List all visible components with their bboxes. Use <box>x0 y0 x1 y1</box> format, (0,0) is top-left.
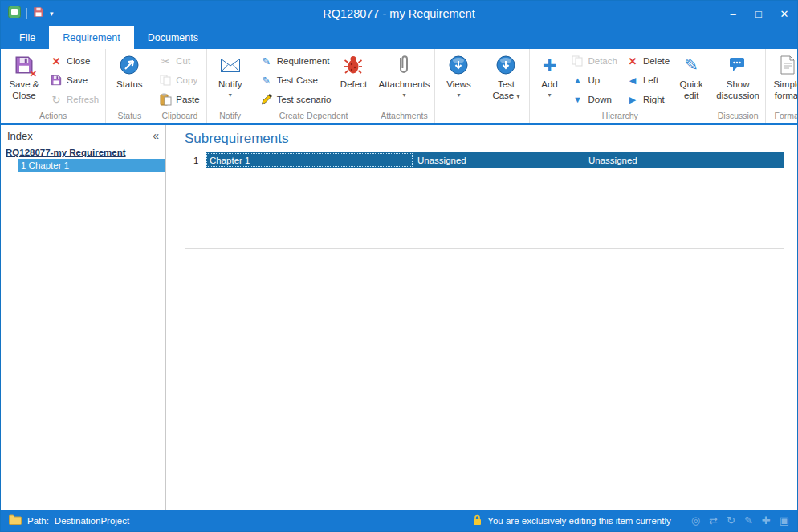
move-down-button[interactable]: ▼ Down <box>567 90 621 109</box>
maximize-button[interactable]: □ <box>746 1 772 26</box>
row-index: 1 <box>185 156 206 165</box>
target-icon[interactable]: ◎ <box>691 514 700 526</box>
discussion-bubble-icon <box>728 52 747 78</box>
subrequirement-row: 1 Chapter 1 Unassigned Unassigned <box>185 152 784 168</box>
statusbar-right: You are exclusively editing this item cu… <box>473 514 789 527</box>
index-panel-title: Index <box>7 130 33 142</box>
history-icon[interactable]: ↻ <box>727 514 735 526</box>
create-test-case-button[interactable]: ✎ Test Case <box>256 71 336 90</box>
save-button[interactable]: Save <box>46 71 104 90</box>
status-button[interactable]: Status <box>108 50 151 111</box>
quick-access-toolbar: ▾ <box>1 6 54 22</box>
up-arrow-icon: ▲ <box>569 75 585 85</box>
left-arrow-icon: ◀ <box>625 75 641 86</box>
views-button[interactable]: Views ▾ <box>437 50 480 112</box>
move-right-button[interactable]: ▶ Right <box>622 90 674 109</box>
close-label: Close <box>67 56 90 66</box>
right-arrow-icon: ▶ <box>625 95 641 105</box>
create-test-scenario-button[interactable]: Test scenario <box>256 90 336 109</box>
delete-button[interactable]: ✕ Delete <box>622 51 674 71</box>
views-dropdown-icon: ▾ <box>457 91 460 99</box>
app-icon[interactable] <box>8 6 21 22</box>
views-sphere-icon <box>448 52 469 78</box>
group-caption-hierarchy: Hierarchy <box>530 111 710 123</box>
quick-edit-button[interactable]: ✎ Quick edit <box>674 50 708 111</box>
body-area: Index « RQ128077-my Requirement 1 Chapte… <box>1 125 797 510</box>
save-close-button[interactable]: ✕ Save & Close <box>2 50 46 111</box>
move-left-button[interactable]: ◀ Left <box>622 71 674 90</box>
index-panel: Index « RQ128077-my Requirement 1 Chapte… <box>1 125 166 510</box>
add-tool-icon[interactable]: ✚ <box>762 514 771 526</box>
create-defect-button[interactable]: Defect <box>336 50 371 111</box>
content-divider <box>185 248 784 249</box>
detach-label: Detach <box>588 56 617 66</box>
tab-file[interactable]: File <box>6 26 49 49</box>
copy-button: Copy <box>155 71 204 90</box>
create-requirement-button[interactable]: ✎ Requirement <box>256 51 336 71</box>
save-label: Save <box>67 75 88 85</box>
row-cell-name[interactable]: Chapter 1 <box>206 152 413 168</box>
close-button[interactable]: ✕ Close <box>46 51 104 71</box>
path-label: Path: <box>27 516 49 526</box>
ribbon-group-hierarchy: + Add ▾ Detach ▲ Up ▼ Down <box>530 49 710 123</box>
qat-separator <box>26 8 27 19</box>
grid-icon[interactable]: ▣ <box>780 514 789 526</box>
ribbon-group-notify: Notify ▾ Notify <box>207 49 254 123</box>
create-test-scenario-label: Test scenario <box>277 95 332 104</box>
group-caption-clipboard: Clipboard <box>153 111 206 123</box>
create-test-case-label: Test Case <box>277 75 318 85</box>
close-icon: ✕ <box>48 55 64 67</box>
requirement-pen-icon: ✎ <box>259 55 275 67</box>
qat-dropdown-icon[interactable]: ▾ <box>50 10 54 18</box>
ribbon-group-clipboard: ✂ Cut Copy Paste Clipboard <box>153 49 206 123</box>
cut-label: Cut <box>176 56 190 66</box>
minimize-button[interactable]: – <box>720 1 746 26</box>
swap-icon[interactable]: ⇄ <box>709 514 718 526</box>
add-button[interactable]: + Add ▾ <box>531 50 567 111</box>
defect-bug-icon <box>344 52 363 78</box>
test-case-button[interactable]: Test Case ▾ <box>484 50 527 112</box>
copy-label: Copy <box>176 75 197 85</box>
notify-button[interactable]: Notify ▾ <box>209 50 252 111</box>
tab-documents[interactable]: Documents <box>134 26 212 49</box>
group-caption-attachments: Attachments <box>373 111 434 123</box>
group-caption-create-dependent: Create Dependent <box>254 111 373 123</box>
close-window-button[interactable]: ✕ <box>772 1 797 26</box>
quick-save-icon[interactable] <box>33 6 44 21</box>
show-discussion-button[interactable]: Show discussion <box>712 50 763 111</box>
simple-format-button[interactable]: Simple format <box>767 50 797 111</box>
window-title: RQ128077 - my Requirement <box>1 7 797 20</box>
tab-requirement[interactable]: Requirement <box>49 26 134 49</box>
collapse-panel-icon[interactable]: « <box>153 129 159 142</box>
subrequirements-heading: Subrequirements <box>166 125 797 152</box>
views-label: Views <box>446 79 470 91</box>
signature-icon[interactable]: ✎ <box>744 514 753 526</box>
save-close-icon: ✕ <box>14 52 34 78</box>
subrequirements-pane: Subrequirements 1 Chapter 1 Unassigned U… <box>166 125 797 510</box>
test-case-button-label: Test Case <box>492 79 515 100</box>
row-cell-status[interactable]: Unassigned <box>584 152 784 168</box>
attachments-button[interactable]: Attachments ▾ <box>375 50 433 111</box>
attachments-label: Attachments <box>379 79 430 91</box>
paste-button[interactable]: Paste <box>155 90 204 109</box>
group-caption-views <box>435 112 482 123</box>
path-value: DestinationProject <box>55 516 129 526</box>
row-index-number: 1 <box>193 156 198 165</box>
refresh-label: Refresh <box>67 95 99 104</box>
down-label: Down <box>588 95 611 104</box>
down-arrow-icon: ▼ <box>569 95 585 104</box>
detach-button: Detach <box>567 51 621 71</box>
row-cell-assignee[interactable]: Unassigned <box>413 152 584 168</box>
ribbon-group-attachments: Attachments ▾ Attachments <box>373 49 435 123</box>
test-case-button-label-wrap: Test Case ▾ <box>488 79 523 101</box>
move-up-button[interactable]: ▲ Up <box>567 71 621 90</box>
ribbon-group-actions: ✕ Save & Close ✕ Close Save ↻ Ref <box>1 49 106 123</box>
tree-item-requirement-root[interactable]: RQ128077-my Requirement <box>1 145 165 159</box>
refresh-button: ↻ Refresh <box>46 90 104 109</box>
group-caption-test-case <box>482 112 529 123</box>
delete-icon: ✕ <box>625 55 641 67</box>
tree-item-chapter-1[interactable]: 1 Chapter 1 <box>18 159 165 172</box>
show-discussion-label: Show discussion <box>714 79 762 101</box>
add-plus-icon: + <box>543 52 557 78</box>
selected-row[interactable]: Chapter 1 Unassigned Unassigned <box>206 152 784 168</box>
